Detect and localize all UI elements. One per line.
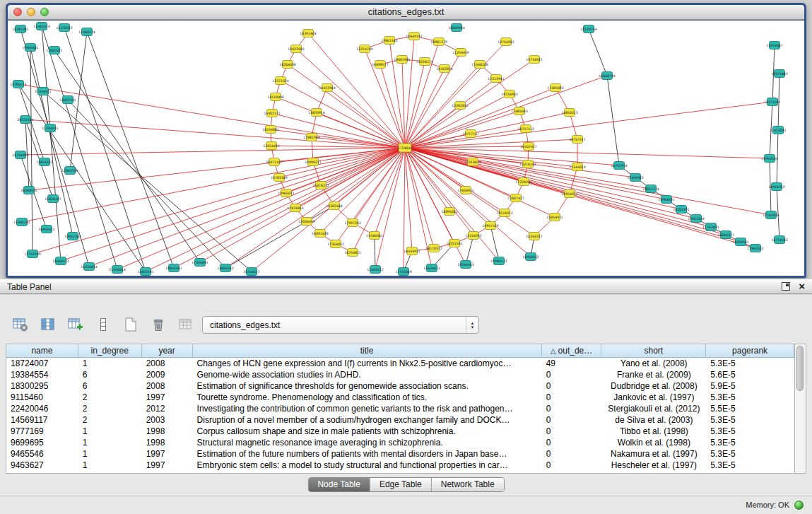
- column-header[interactable]: title: [193, 344, 542, 357]
- network-canvas[interactable]: 1724045183914041602208518204098123710341…: [8, 21, 804, 276]
- show-columns-button[interactable]: [39, 316, 57, 333]
- zoom-window-button[interactable]: [40, 8, 49, 16]
- network-node[interactable]: 10980122: [490, 257, 507, 265]
- network-node[interactable]: 15902171: [264, 110, 280, 117]
- network-node[interactable]: 19654321: [36, 158, 52, 166]
- network-node[interactable]: 17731049: [395, 268, 411, 276]
- table-source-dropdown[interactable]: citations_edges.txt ▲ ▼: [202, 316, 479, 334]
- network-node[interactable]: 19051304: [64, 233, 81, 240]
- network-node[interactable]: 17354091: [192, 259, 208, 267]
- network-node[interactable]: 18957529: [482, 222, 498, 230]
- network-node[interactable]: 11548108: [471, 61, 488, 69]
- network-node[interactable]: 15154292: [465, 232, 481, 240]
- network-node[interactable]: 19244563: [457, 261, 473, 269]
- network-node[interactable]: 12752199: [24, 250, 40, 258]
- network-node[interactable]: 20260591: [20, 187, 37, 194]
- network-node[interactable]: 12103054: [763, 211, 779, 219]
- network-node[interactable]: 16950312: [38, 226, 54, 233]
- tab-edge-table[interactable]: Edge Table: [370, 478, 432, 491]
- network-node[interactable]: 18051374: [642, 185, 659, 193]
- tab-node-table[interactable]: Node Table: [308, 478, 370, 491]
- network-node[interactable]: 16754022: [12, 151, 28, 159]
- network-node[interactable]: 17876853: [287, 204, 303, 212]
- network-node[interactable]: 16648794: [599, 72, 615, 80]
- network-node[interactable]: 17224204: [515, 178, 531, 186]
- network-node[interactable]: 16649904: [448, 24, 464, 32]
- network-node[interactable]: 15340361: [366, 232, 382, 240]
- network-node[interactable]: 16107427: [520, 143, 536, 151]
- network-node[interactable]: 18391404: [300, 30, 316, 37]
- network-node[interactable]: 12034451: [263, 142, 279, 150]
- column-header[interactable]: short: [601, 344, 706, 357]
- table-row[interactable]: 1872400712008Changes of HCN gene express…: [6, 358, 794, 369]
- network-node[interactable]: 12661021: [46, 47, 62, 54]
- network-node[interactable]: 19861542: [381, 37, 397, 45]
- network-graph[interactable]: 1724045183914041602208518204098123710341…: [8, 21, 804, 276]
- column-header[interactable]: △out_de…: [542, 344, 602, 357]
- network-node[interactable]: 16649197: [406, 33, 422, 40]
- network-node[interactable]: 11440201: [13, 218, 30, 226]
- network-node[interactable]: 12450963: [627, 174, 643, 182]
- network-node[interactable]: 19576912: [496, 209, 512, 217]
- network-node[interactable]: 12754903: [498, 38, 514, 46]
- network-node[interactable]: 1724045: [398, 144, 413, 152]
- network-node[interactable]: 15534071: [423, 264, 440, 272]
- network-node[interactable]: 13262651: [452, 102, 468, 110]
- network-node[interactable]: 15914407: [766, 42, 782, 49]
- network-node[interactable]: 19653104: [688, 215, 704, 223]
- table-scrollbar[interactable]: [795, 344, 806, 474]
- network-node[interactable]: 21441074: [33, 23, 49, 30]
- network-node[interactable]: 16760174: [10, 81, 26, 88]
- network-node[interactable]: 30671107: [266, 158, 282, 166]
- network-node[interactable]: 11440374: [78, 28, 95, 36]
- table-row[interactable]: 1938455462009Genome-wide association stu…: [6, 369, 794, 380]
- network-node[interactable]: 18204098: [279, 61, 295, 69]
- table-row[interactable]: 946554611997Estimation of the future num…: [6, 448, 794, 460]
- network-node[interactable]: 16783369: [271, 174, 287, 182]
- network-node[interactable]: 12653104: [61, 167, 78, 175]
- network-node[interactable]: 18757517: [569, 136, 585, 144]
- table-mode-button[interactable]: [11, 316, 30, 333]
- column-header[interactable]: in_degree: [78, 344, 142, 357]
- close-panel-icon[interactable]: ×: [799, 281, 805, 291]
- column-header[interactable]: year: [142, 344, 193, 357]
- float-panel-icon[interactable]: [782, 282, 790, 291]
- network-node[interactable]: 12034459: [298, 218, 314, 226]
- row-tools-button[interactable]: [94, 316, 112, 333]
- network-node[interactable]: 14650332: [217, 264, 233, 272]
- table-row[interactable]: 1456911722003Disruption of a novel membe…: [6, 414, 794, 426]
- network-node[interactable]: 16253191: [673, 206, 689, 214]
- network-node[interactable]: 14422904: [319, 84, 335, 92]
- network-node[interactable]: 12450112: [367, 266, 383, 274]
- delete-button[interactable]: [149, 316, 167, 333]
- network-node[interactable]: 17485083: [511, 107, 527, 115]
- create-column-button[interactable]: [66, 316, 85, 333]
- network-node[interactable]: 19061901: [394, 56, 410, 64]
- network-node[interactable]: 15834107: [45, 195, 61, 203]
- network-node[interactable]: 13216101: [519, 160, 536, 168]
- network-node[interactable]: 16944032: [522, 253, 539, 261]
- table-row[interactable]: 911546021997Tourette syndrome. Phenomeno…: [6, 392, 794, 403]
- table-row[interactable]: 977716911998Corpus callosum shape and si…: [6, 426, 794, 437]
- dropdown-stepper-icon[interactable]: ▲ ▼: [466, 317, 478, 333]
- network-node[interactable]: 11753091: [702, 223, 719, 231]
- network-node[interactable]: 16774503: [771, 236, 787, 244]
- table-row[interactable]: 946362711997Embryonic stem cells: a mode…: [6, 460, 794, 471]
- network-node[interactable]: 16162874: [436, 65, 452, 73]
- network-node[interactable]: 14518098: [267, 93, 283, 101]
- table-row[interactable]: 969969511998Structural magnetic resonanc…: [6, 437, 794, 448]
- network-node[interactable]: 17634921: [457, 187, 473, 194]
- network-node[interactable]: 18440532: [52, 257, 69, 265]
- network-node[interactable]: 13220174: [416, 58, 433, 66]
- network-node[interactable]: 14534921: [404, 247, 420, 255]
- network-node[interactable]: 16534014: [81, 263, 97, 271]
- close-window-button[interactable]: [13, 8, 22, 16]
- new-document-button[interactable]: [122, 316, 140, 333]
- network-node[interactable]: 14170322: [56, 24, 72, 32]
- network-node[interactable]: 16382448: [326, 202, 342, 210]
- network-node[interactable]: 21534921: [35, 88, 51, 95]
- network-node[interactable]: 15953104: [761, 155, 777, 163]
- network-node[interactable]: 12371034: [272, 77, 288, 85]
- network-node[interactable]: 16791934: [611, 162, 627, 170]
- table-row[interactable]: 2242004622012Investigating the contribut…: [6, 403, 794, 414]
